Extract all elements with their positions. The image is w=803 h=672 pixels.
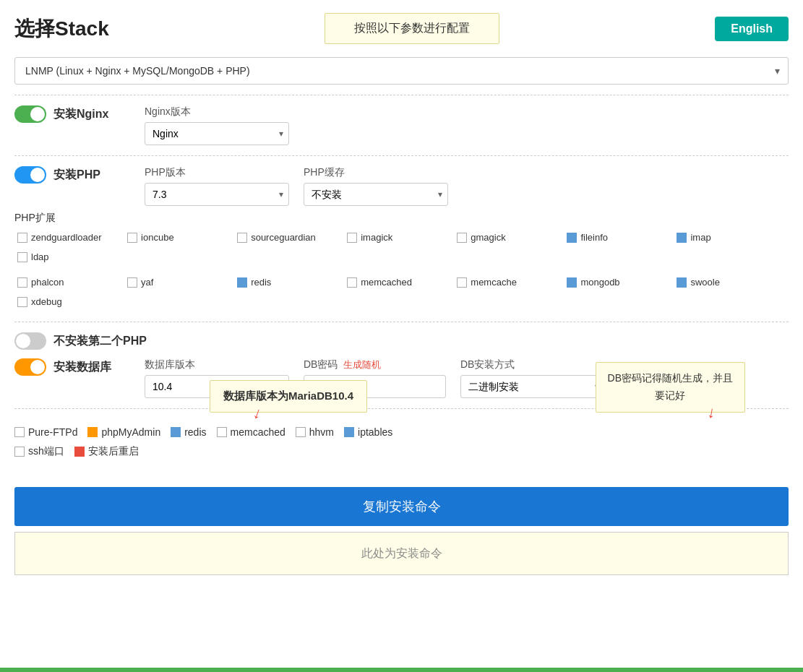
ext-xdebug[interactable]: xdebug — [14, 292, 124, 311]
ext-row-1: zendguardloader ioncube sourceguardian i… — [14, 228, 789, 267]
ext-memcache[interactable]: memcache — [454, 272, 564, 292]
ext-ioncube-checkbox — [127, 233, 137, 243]
second-php-toggle[interactable] — [14, 332, 46, 350]
check-pure-ftpd[interactable]: Pure-FTPd — [14, 426, 77, 438]
page-wrapper: 选择Stack 按照以下参数进行配置 English LNMP (Linux +… — [0, 0, 803, 672]
php-toggle-slider — [14, 166, 46, 184]
check-iptables-box — [344, 427, 354, 437]
ext-memcached-checkbox — [347, 277, 357, 288]
db-version-tooltip: 数据库版本为MariaDB10.4 ↓ — [210, 380, 367, 413]
check-memcached-bottom[interactable]: memcached — [217, 426, 285, 438]
php-fields: PHP版本 7.3 7.4 8.0 8.1 PHP缓存 — [145, 166, 448, 206]
db-generate-link[interactable]: 生成随机 — [343, 358, 381, 371]
db-label-text: 安装数据库 — [53, 360, 111, 375]
ext-swoole[interactable]: swoole — [674, 272, 783, 292]
php-section: 安装PHP PHP版本 7.3 7.4 8.0 8.1 — [14, 155, 789, 322]
check-hhvm[interactable]: hhvm — [296, 426, 334, 438]
check-pure-ftpd-label: Pure-FTPd — [28, 426, 77, 438]
check-restart-box — [74, 447, 85, 457]
install-cmd-placeholder: 此处为安装命令 — [361, 546, 442, 561]
check-ssh-box — [14, 447, 25, 457]
check-redis-label: redis — [184, 426, 206, 438]
ext-zendguardloader-checkbox — [17, 233, 27, 243]
nginx-version-select-wrapper: Nginx OpenResty — [145, 122, 289, 145]
ext-imap-label: imap — [690, 232, 710, 243]
bottom-checkboxes-row1: Pure-FTPd phpMyAdmin redis memcached hhv… — [14, 419, 789, 442]
ext-gmagick-checkbox — [457, 233, 467, 243]
ext-redis-label: redis — [251, 277, 271, 288]
ext-ldap-label: ldap — [31, 251, 49, 262]
check-iptables[interactable]: iptables — [344, 426, 392, 438]
ext-mongodb-checkbox — [567, 277, 577, 288]
db-install-label: DB安装方式 — [460, 358, 605, 371]
page-title: 选择Stack — [14, 15, 109, 43]
ext-imagick[interactable]: imagick — [344, 228, 454, 247]
ext-yaf[interactable]: yaf — [124, 272, 234, 292]
ext-memcached[interactable]: memcached — [344, 272, 454, 292]
php-version-select[interactable]: 7.3 7.4 8.0 8.1 — [145, 183, 289, 206]
php-version-label: PHP版本 — [145, 166, 289, 179]
ext-sourceguardian[interactable]: sourceguardian — [234, 228, 344, 247]
ext-ldap[interactable]: ldap — [14, 247, 124, 267]
bottom-bar — [0, 668, 803, 672]
nginx-version-select[interactable]: Nginx OpenResty — [145, 122, 289, 145]
nginx-toggle-slider — [14, 105, 46, 123]
php-section-header: 安装PHP PHP版本 7.3 7.4 8.0 8.1 — [14, 166, 789, 206]
ext-ioncube[interactable]: ioncube — [124, 228, 234, 247]
check-hhvm-box — [296, 427, 306, 437]
copy-install-button[interactable]: 复制安装命令 — [14, 487, 789, 526]
second-php-db-section: 不安装第二个PHP 安装数据库 数据库版本 — [14, 322, 789, 408]
second-php-toggle-slider — [14, 332, 46, 350]
header-notice: 按照以下参数进行配置 — [325, 13, 499, 44]
db-install-select[interactable]: 二进制安装 源码安装 — [460, 375, 605, 398]
stack-dropdown[interactable]: LNMP (Linux + Nginx + MySQL/MongoDB + PH… — [14, 57, 789, 85]
ext-phalcon[interactable]: phalcon — [14, 272, 124, 292]
second-php-label-text: 不安装第二个PHP — [53, 334, 147, 349]
ext-memcache-checkbox — [457, 277, 467, 288]
check-restart-label: 安装后重启 — [88, 445, 139, 458]
db-toggle-label: 安装数据库 — [14, 358, 130, 376]
php-version-select-wrapper: 7.3 7.4 8.0 8.1 — [145, 183, 289, 206]
bottom-checkboxes-row2: ssh端口 安装后重启 — [14, 442, 789, 465]
nginx-toggle-label: 安装Nginx — [14, 105, 130, 123]
bottom-checkboxes-section: Pure-FTPd phpMyAdmin redis memcached hhv… — [14, 408, 789, 475]
php-cache-label: PHP缓存 — [304, 166, 448, 179]
ext-imap-checkbox — [677, 233, 687, 243]
check-memcached-bottom-label: memcached — [231, 426, 285, 438]
ext-zendguardloader[interactable]: zendguardloader — [14, 228, 124, 247]
ext-yaf-checkbox — [127, 277, 137, 288]
second-php-row: 不安装第二个PHP — [14, 332, 789, 350]
nginx-version-field: Nginx版本 Nginx OpenResty — [145, 105, 289, 145]
check-phpmyadmin[interactable]: phpMyAdmin — [87, 426, 160, 438]
php-toggle[interactable] — [14, 166, 46, 184]
ext-redis[interactable]: redis — [234, 272, 344, 292]
ext-gmagick[interactable]: gmagick — [454, 228, 564, 247]
db-password-tooltip: DB密码记得随机生成，并且要记好 ↓ — [596, 362, 745, 413]
check-phpmyadmin-box — [87, 427, 98, 437]
nginx-toggle[interactable] — [14, 105, 46, 123]
english-button[interactable]: English — [715, 17, 789, 41]
ext-imap[interactable]: imap — [674, 228, 783, 247]
php-cache-select-wrapper: 不安装 OPcache APCu — [304, 183, 448, 206]
ext-sourceguardian-checkbox — [237, 233, 247, 243]
check-restart[interactable]: 安装后重启 — [74, 445, 139, 458]
ext-mongodb-label: mongodb — [580, 277, 619, 288]
php-label-text: 安装PHP — [53, 168, 100, 183]
ext-mongodb[interactable]: mongodb — [564, 272, 674, 292]
nginx-label-text: 安装Nginx — [53, 107, 108, 122]
second-php-toggle-label: 不安装第二个PHP — [14, 332, 147, 350]
db-toggle[interactable] — [14, 358, 46, 376]
install-cmd-area: 此处为安装命令 — [14, 532, 789, 575]
ext-swoole-checkbox — [677, 277, 687, 288]
check-phpmyadmin-label: phpMyAdmin — [101, 426, 160, 438]
ext-fileinfo[interactable]: fileinfo — [564, 228, 674, 247]
stack-dropdown-wrapper: LNMP (Linux + Nginx + MySQL/MongoDB + PH… — [14, 57, 789, 85]
ext-redis-checkbox — [237, 277, 247, 288]
db-version-label: 数据库版本 — [145, 358, 289, 371]
stack-selector: LNMP (Linux + Nginx + MySQL/MongoDB + PH… — [14, 57, 789, 85]
check-redis[interactable]: redis — [171, 426, 206, 438]
db-password-label: DB密码 — [304, 358, 338, 371]
ext-zendguardloader-label: zendguardloader — [31, 232, 102, 243]
php-cache-select[interactable]: 不安装 OPcache APCu — [304, 183, 448, 206]
check-ssh[interactable]: ssh端口 — [14, 445, 64, 458]
